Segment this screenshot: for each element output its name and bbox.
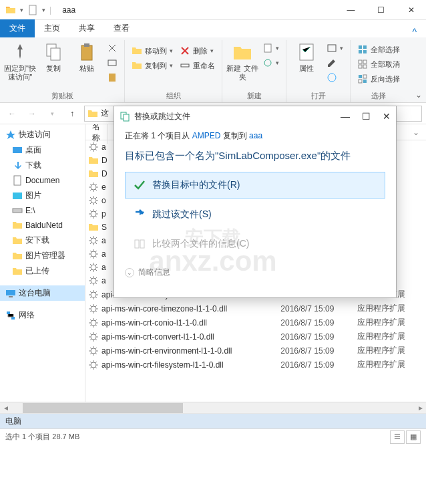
open-button[interactable]: ▾: [324, 41, 346, 55]
minimize-button[interactable]: —: [336, 0, 366, 20]
svg-point-35: [91, 198, 96, 203]
second-status-bar: 选中 1 个项目 28.7 MB ☰ ▦: [0, 428, 426, 445]
nav-edrive[interactable]: E:\: [0, 203, 85, 218]
dialog-maximize-button[interactable]: ☐: [362, 111, 371, 122]
svg-rect-30: [9, 296, 13, 297]
dropdown-icon[interactable]: ▾: [42, 7, 45, 13]
clipboard-label: 剪贴板: [51, 90, 73, 102]
dialog-dest-link[interactable]: aaa: [249, 131, 262, 140]
nav-desktop[interactable]: 桌面: [0, 142, 85, 158]
copy-path-button[interactable]: [104, 56, 120, 70]
nav-quick-access[interactable]: 快速访问: [0, 127, 85, 142]
pin-button[interactable]: 固定到"快 速访问": [4, 40, 36, 82]
svg-rect-26: [14, 176, 21, 185]
copy-button[interactable]: 复制: [37, 40, 69, 73]
replace-option[interactable]: 替换目标中的文件(R): [125, 172, 385, 199]
cut-button[interactable]: [104, 41, 120, 55]
recent-button[interactable]: ▾: [44, 106, 60, 122]
tab-file[interactable]: 文件: [0, 19, 35, 37]
svg-rect-7: [181, 64, 189, 67]
nav-documents[interactable]: Documen: [0, 173, 85, 188]
compare-option[interactable]: 比较两个文件的信息(C): [125, 231, 385, 257]
svg-rect-4: [84, 43, 89, 47]
copyto-button[interactable]: 复制到 ▾: [129, 59, 176, 72]
svg-rect-11: [328, 45, 336, 51]
new-item-button[interactable]: ▾: [260, 41, 282, 55]
svg-rect-17: [359, 60, 362, 64]
close-button[interactable]: ✕: [396, 0, 426, 20]
help-button[interactable]: ^: [403, 27, 426, 37]
edit-button[interactable]: [324, 56, 346, 70]
nav-uploaded[interactable]: 已上传: [0, 263, 85, 279]
properties-button[interactable]: 属性: [290, 40, 323, 73]
svg-rect-13: [359, 45, 362, 49]
svg-rect-22: [363, 80, 367, 83]
view-details-button[interactable]: ☰: [390, 430, 405, 444]
select-none-button[interactable]: 全部取消: [355, 57, 403, 71]
svg-rect-32: [11, 317, 15, 320]
history-button[interactable]: [324, 71, 346, 84]
nav-network[interactable]: 网络: [0, 307, 85, 323]
file-row[interactable]: api-ms-win-crt-environment-l1-1-0.dll201…: [85, 344, 426, 358]
file-row[interactable]: api-ms-win-crt-filesystem-l1-1-0.dll2016…: [85, 358, 426, 372]
navigation-pane: 快速访问 桌面 下载 Documen 图片 E:\ BaiduNetd 安下载 …: [0, 124, 85, 402]
back-button[interactable]: ←: [4, 106, 20, 122]
dialog-minimize-button[interactable]: —: [341, 111, 350, 122]
svg-rect-28: [13, 209, 22, 213]
tab-home[interactable]: 主页: [35, 19, 69, 37]
moveto-button[interactable]: 移动到 ▾: [129, 44, 176, 57]
nav-pictures[interactable]: 图片: [0, 188, 85, 203]
nav-this-pc[interactable]: 这台电脑: [0, 285, 85, 301]
svg-rect-49: [135, 240, 139, 248]
details-toggle[interactable]: ⌄ 简略信息: [125, 267, 385, 278]
svg-point-45: [91, 348, 96, 354]
second-window-title: 电脑: [0, 414, 426, 428]
ribbon-collapse-button[interactable]: ⌄: [415, 90, 422, 100]
file-row[interactable]: api-ms-win-core-timezone-l1-1-0.dll2016/…: [85, 301, 426, 316]
dropdown-icon[interactable]: ▾: [20, 7, 23, 13]
forward-button[interactable]: →: [24, 106, 40, 122]
organize-label: 组织: [166, 90, 181, 102]
new-folder-button[interactable]: 新建 文件夹: [226, 40, 258, 82]
skip-icon: [134, 209, 146, 221]
svg-rect-23: [363, 75, 367, 78]
paste-button[interactable]: 粘贴: [71, 40, 103, 73]
maximize-button[interactable]: ☐: [366, 0, 396, 20]
new-label: 新建: [247, 90, 262, 102]
svg-point-37: [91, 238, 96, 243]
dialog-info: 正在将 1 个项目从 AMPED 复制到 aaa: [125, 130, 385, 142]
svg-rect-25: [13, 147, 22, 153]
nav-anxia[interactable]: 安下载: [0, 233, 85, 248]
nav-downloads[interactable]: 下载: [0, 158, 85, 173]
svg-rect-16: [363, 50, 367, 53]
svg-rect-15: [359, 50, 362, 53]
title-bar: ▾ ▾ | aaa — ☐ ✕: [0, 0, 426, 20]
up-button[interactable]: ↑: [64, 106, 80, 122]
dialog-close-button[interactable]: ✕: [383, 111, 391, 122]
dialog-source-link[interactable]: AMPED: [192, 131, 221, 140]
paste-shortcut-button[interactable]: [104, 71, 120, 84]
select-all-button[interactable]: 全部选择: [355, 43, 403, 56]
horizontal-scrollbar[interactable]: ◂ ▸: [0, 402, 426, 413]
view-icons-button[interactable]: ▦: [406, 430, 421, 444]
delete-button[interactable]: 删除 ▾: [177, 44, 218, 57]
tab-view[interactable]: 查看: [104, 19, 139, 37]
copy-icon: [120, 111, 130, 122]
nav-picmgr[interactable]: 图片管理器: [0, 248, 85, 263]
window-title: aaa: [57, 5, 336, 15]
svg-point-41: [91, 292, 96, 297]
nav-baidu[interactable]: BaiduNetd: [0, 218, 85, 233]
svg-rect-21: [359, 75, 362, 78]
select-invert-button[interactable]: 反向选择: [355, 72, 403, 86]
file-row[interactable]: api-ms-win-crt-convert-l1-1-0.dll2016/8/…: [85, 330, 426, 344]
rename-button[interactable]: 重命名: [177, 59, 218, 72]
easy-access-button[interactable]: ▾: [260, 56, 282, 70]
col-name[interactable]: 名称: [88, 124, 108, 144]
skip-option[interactable]: 跳过该文件(S): [125, 201, 385, 228]
ribbon-tabs: 文件 主页 共享 查看 ^: [0, 20, 426, 37]
replace-dialog: 替换或跳过文件 — ☐ ✕ 正在将 1 个项目从 AMPED 复制到 aaa 目…: [114, 106, 397, 298]
file-row[interactable]: api-ms-win-crt-conio-l1-1-0.dll2016/8/7 …: [85, 316, 426, 330]
svg-rect-29: [6, 290, 15, 295]
svg-rect-8: [264, 44, 271, 52]
tab-share[interactable]: 共享: [69, 19, 104, 37]
